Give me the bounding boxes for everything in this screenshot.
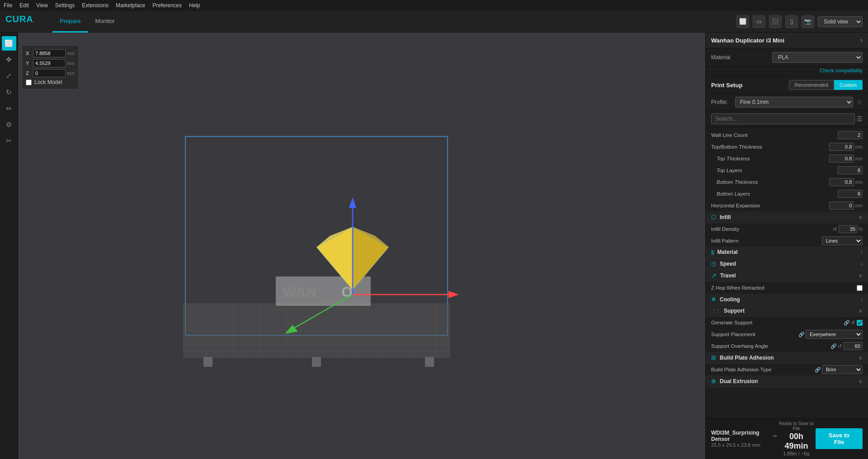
section-cooling[interactable]: ❄ Cooling ‹ [706, 294, 868, 305]
left-toolbar: ⬜ ✥ ⤢ ↻ ⇔ ⚙ ✂ [0, 33, 18, 459]
tab-custom[interactable]: Custom [834, 80, 863, 90]
svg-rect-32 [425, 357, 434, 367]
bottom-layers-input[interactable] [838, 190, 863, 198]
tool-scale-btn[interactable]: ⤢ [2, 69, 16, 83]
right-panel: Wanhao Duplicator i3 Mini › Material PLA… [705, 33, 868, 459]
header: CURA. Prepare Monitor ⬜ ▭ ⬛ ▯ 📷 Solid vi… [0, 11, 868, 33]
menu-preferences[interactable]: Preferences [152, 2, 182, 9]
z-input[interactable] [33, 69, 66, 77]
tab-prepare[interactable]: Prepare [52, 11, 88, 33]
lock-model-checkbox[interactable] [26, 80, 32, 85]
tool-rotate-btn[interactable]: ↻ [2, 85, 16, 99]
setting-infill-pattern: Infill Pattern Lines Grid Triangles Cubi… [706, 235, 868, 247]
edit-filename-icon[interactable]: ✏ [773, 433, 777, 439]
dual-extrusion-expand-icon: ∨ [859, 378, 863, 384]
cooling-expand-icon: ‹ [861, 296, 863, 303]
camera-icon[interactable]: 📷 [802, 15, 814, 28]
view-mode-select[interactable]: Solid view X-Ray view Layer view [818, 16, 863, 27]
check-compatibility-link[interactable]: Check compatibility [706, 67, 868, 76]
section-speed[interactable]: ◷ Speed ‹ [706, 258, 868, 270]
setting-z-hop: Z Hop When Retracted [706, 282, 868, 294]
generate-support-reset-icon[interactable]: ↺ [851, 320, 855, 326]
x-input[interactable] [33, 49, 66, 57]
menu-extensions[interactable]: Extensions [82, 2, 108, 9]
support-title: Support [724, 308, 859, 314]
view-front-icon[interactable]: ▭ [753, 15, 765, 28]
horizontal-expansion-input[interactable] [829, 201, 854, 210]
top-layers-input[interactable] [838, 166, 863, 174]
menu-help[interactable]: Help [189, 2, 200, 9]
travel-expand-icon: ∨ [859, 272, 863, 279]
tool-move-btn[interactable]: ✥ [2, 52, 16, 67]
print-setup-header: Print Setup Recommended Custom [706, 76, 868, 94]
dual-extrusion-title: Dual Extrusion [720, 378, 859, 384]
app-logo: CURA. [5, 14, 34, 28]
printer-bar: Wanhao Duplicator i3 Mini › [706, 33, 868, 48]
profile-select[interactable]: Fine 0.1mm Normal 0.15mm Fast 0.2mm [735, 97, 853, 108]
setting-horizontal-expansion: Horizontal Expansion mm [706, 200, 868, 211]
printer-name: Wanhao Duplicator i3 Mini [711, 37, 784, 44]
svg-marker-44 [349, 197, 356, 208]
topbottom-thickness-input[interactable] [829, 143, 854, 151]
view-top-icon[interactable]: ⬛ [769, 15, 782, 28]
profile-star-icon[interactable]: ☆ [857, 98, 863, 106]
infill-density-input[interactable] [839, 225, 858, 233]
printer-dropdown-icon[interactable]: › [860, 36, 863, 44]
view-right-icon[interactable]: ▯ [785, 15, 798, 28]
build-plate-expand-icon: ∨ [859, 355, 863, 361]
support-placement-link-icon[interactable]: 🔗 [798, 332, 805, 337]
tab-monitor[interactable]: Monitor [88, 11, 122, 33]
ready-label: Ready to Save to File [777, 421, 816, 431]
tool-support-btn[interactable]: ⚙ [2, 117, 16, 132]
z-hop-checkbox[interactable] [857, 285, 863, 291]
setting-adhesion-type: Build Plate Adhesion Type 🔗 Brim Skirt R… [706, 364, 868, 375]
setting-bottom-layers: Bottom Layers [706, 188, 868, 200]
tab-recommended[interactable]: Recommended [789, 80, 835, 90]
section-dual-extrusion[interactable]: ⊕ Dual Extrusion ∨ [706, 375, 868, 387]
wall-line-count-input[interactable] [838, 131, 863, 139]
travel-icon: ↗ [711, 272, 717, 279]
infill-density-reset-icon[interactable]: ↺ [833, 226, 837, 232]
menu-edit[interactable]: Edit [19, 2, 29, 9]
top-thickness-input[interactable] [829, 155, 854, 163]
section-support[interactable]: ⋮⋮ Support ∨ [706, 305, 868, 317]
material-section-icon: ||| [711, 249, 714, 255]
tool-mirror-btn[interactable]: ⇔ [2, 101, 16, 116]
y-input[interactable] [33, 59, 66, 67]
support-expand-icon: ∨ [859, 308, 863, 314]
scene-svg: WAN O [18, 33, 705, 459]
y-unit: mm [67, 61, 75, 66]
tool-select-btn[interactable]: ⬜ [2, 36, 16, 51]
generate-support-checkbox[interactable] [857, 320, 863, 326]
settings-list: Wall Line Count Top/Bottom Thickness mm … [706, 127, 868, 418]
save-to-file-button[interactable]: Save to File [816, 428, 863, 449]
x-label: X [26, 51, 33, 56]
section-build-plate[interactable]: ⊞ Build Plate Adhesion ∨ [706, 352, 868, 364]
search-settings-icon[interactable]: ☰ [857, 115, 863, 122]
material-select[interactable]: PLA ABS PETG [772, 52, 863, 63]
profile-label: Profile: [711, 99, 731, 105]
menu-settings[interactable]: Settings [55, 2, 75, 9]
z-label: Z [26, 70, 33, 76]
search-input[interactable] [711, 113, 855, 124]
generate-support-link-icon[interactable]: 🔗 [844, 320, 850, 326]
section-travel[interactable]: ↗ Travel ∨ [706, 270, 868, 282]
infill-pattern-select[interactable]: Lines Grid Triangles Cubic [822, 236, 863, 245]
menu-marketplace[interactable]: Marketplace [116, 2, 145, 9]
tool-split-btn[interactable]: ✂ [2, 134, 16, 148]
adhesion-type-link-icon[interactable]: 🔗 [815, 367, 821, 373]
adhesion-type-select[interactable]: Brim Skirt Raft None [822, 365, 863, 374]
menu-file[interactable]: File [4, 2, 12, 9]
support-placement-select[interactable]: Everywhere Touching Buildplate [806, 330, 863, 339]
support-overhang-input[interactable] [844, 342, 863, 350]
bottom-thickness-input[interactable] [829, 178, 854, 186]
menu-view[interactable]: View [36, 2, 48, 9]
view-3d-icon[interactable]: ⬜ [736, 15, 749, 28]
support-overhang-reset-icon[interactable]: ↺ [838, 343, 842, 349]
section-infill[interactable]: ⬡ Infill ∨ [706, 211, 868, 223]
3d-viewport[interactable]: WAN O [18, 33, 705, 459]
svg-rect-33 [312, 357, 321, 367]
infill-expand-icon: ∨ [859, 214, 863, 220]
support-overhang-link-icon[interactable]: 🔗 [830, 343, 837, 349]
section-material[interactable]: ||| Material ‹ [706, 247, 868, 258]
